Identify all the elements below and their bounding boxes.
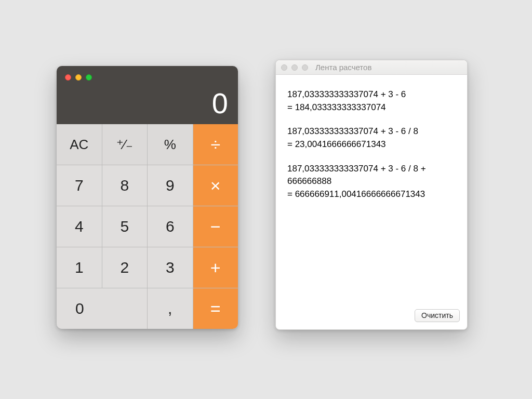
close-button[interactable] (65, 74, 71, 81)
window-controls (65, 74, 229, 81)
calculator-keypad: AC ⁺∕₋ % ÷ 7 8 9 × 4 5 6 − 1 2 3 + 0 , = (57, 124, 238, 329)
minimize-button-inactive[interactable] (291, 64, 298, 71)
calculator-window: 0 AC ⁺∕₋ % ÷ 7 8 9 × 4 5 6 − 1 2 3 + 0 ,… (57, 66, 238, 329)
key-1[interactable]: 1 (57, 247, 102, 288)
key-6[interactable]: 6 (148, 206, 193, 247)
key-9[interactable]: 9 (148, 165, 193, 206)
tape-result: = 23,0041666666671343 (287, 138, 456, 151)
key-plus-minus[interactable]: ⁺∕₋ (102, 124, 148, 165)
minimize-button[interactable] (75, 74, 82, 81)
key-8[interactable]: 8 (102, 165, 148, 206)
key-minus[interactable]: − (193, 206, 238, 247)
key-multiply[interactable]: × (193, 165, 238, 206)
key-equals[interactable]: = (193, 288, 238, 329)
key-percent[interactable]: % (148, 124, 193, 165)
tape-expression: 187,033333333337074 + 3 - 6 (287, 88, 456, 101)
tape-expression: 187,033333333337074 + 3 - 6 / 8 (287, 125, 456, 138)
paper-tape-window: Лента расчетов 187,033333333337074 + 3 -… (275, 60, 468, 330)
tape-result: = 666666911,00416666666671343 (287, 188, 456, 201)
calculator-display: 0 (57, 66, 238, 124)
close-button-inactive[interactable] (281, 64, 287, 71)
key-5[interactable]: 5 (102, 206, 148, 247)
tape-expression: 187,033333333337074 + 3 - 6 / 8 + 666666… (287, 163, 456, 188)
tape-entry: 187,033333333337074 + 3 - 6 / 8 + 666666… (287, 163, 456, 201)
tape-entry: 187,033333333337074 + 3 - 6 / 8 = 23,004… (287, 125, 456, 151)
key-7[interactable]: 7 (57, 165, 102, 206)
key-plus[interactable]: + (193, 247, 238, 288)
calculator-value: 0 (64, 89, 229, 118)
key-3[interactable]: 3 (148, 247, 193, 288)
key-divide[interactable]: ÷ (193, 124, 238, 165)
paper-tape-footer: Очистить (276, 304, 467, 329)
paper-tape-title: Лента расчетов (315, 63, 371, 72)
zoom-button-inactive[interactable] (302, 64, 308, 71)
key-0[interactable]: 0 (57, 288, 147, 329)
key-2[interactable]: 2 (102, 247, 148, 288)
key-4[interactable]: 4 (57, 206, 102, 247)
tape-result: = 184,033333333337074 (287, 101, 456, 114)
key-clear[interactable]: AC (57, 124, 102, 165)
paper-tape-titlebar[interactable]: Лента расчетов (276, 60, 467, 75)
clear-tape-button[interactable]: Очистить (415, 309, 460, 322)
key-decimal[interactable]: , (148, 288, 193, 329)
paper-tape-content[interactable]: 187,033333333337074 + 3 - 6 = 184,033333… (276, 75, 467, 304)
tape-entry: 187,033333333337074 + 3 - 6 = 184,033333… (287, 88, 456, 114)
zoom-button[interactable] (86, 74, 92, 81)
